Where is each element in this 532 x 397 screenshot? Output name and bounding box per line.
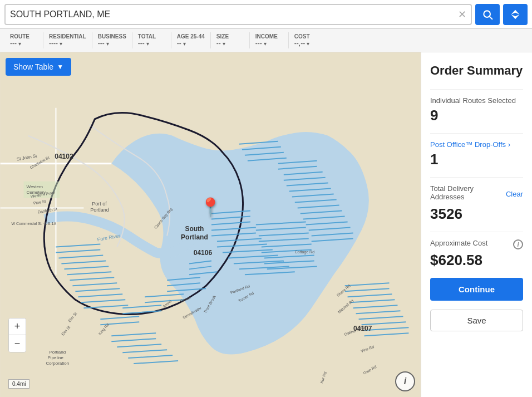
svg-text:Portland: Portland	[49, 350, 66, 355]
filter-income-label: INCOME	[255, 33, 278, 40]
filter-route-label: ROUTE	[10, 33, 29, 40]
clear-link[interactable]: Clear	[506, 190, 523, 198]
post-office-value: 1	[430, 151, 523, 168]
svg-line-1	[490, 16, 492, 19]
individual-routes-label: Individual Routes Selected	[430, 96, 523, 105]
map-background: Western Cemetery Port of Portland Portla…	[0, 52, 421, 397]
svg-text:W Commercial St · US-1A: W Commercial St · US-1A	[12, 222, 57, 226]
filter-business-arrow: ▾	[106, 41, 109, 47]
filter-total-label: TOTAL	[138, 33, 156, 40]
filter-cost[interactable]: COST --,-- ▾	[289, 32, 328, 48]
info-icon: i	[404, 376, 406, 386]
filter-size-arrow: ▾	[223, 41, 225, 47]
scale-label: 0.4mi	[12, 381, 26, 387]
svg-text:Port of: Port of	[92, 201, 107, 207]
search-button[interactable]	[475, 4, 500, 25]
map-label-04102: 04102	[55, 153, 73, 160]
search-input[interactable]	[10, 9, 458, 19]
filter-route[interactable]: ROUTE --- ▾	[4, 32, 43, 48]
filter-size-label: SIZE	[216, 33, 229, 40]
search-icon	[482, 9, 493, 20]
map-location-pin: 📍	[199, 197, 221, 218]
cost-label: Approximate Cost	[430, 239, 487, 247]
filter-cost-arrow: ▾	[307, 41, 309, 47]
filter-residential-arrow: ▾	[60, 41, 62, 47]
zoom-in-button[interactable]: +	[9, 318, 26, 335]
filter-residential-value: ---- ▾	[49, 40, 62, 47]
delivery-label: Total Delivery Addresses	[430, 184, 506, 201]
filter-total[interactable]: TOTAL --- ▾	[132, 32, 171, 48]
filter-route-value: --- ▾	[10, 40, 21, 47]
filter-total-arrow: ▾	[146, 41, 149, 47]
show-table-label: Show Table	[13, 62, 53, 71]
zoom-controls: + −	[8, 318, 26, 352]
filter-business-value: --- ▾	[98, 40, 109, 47]
delivery-value: 3526	[430, 205, 523, 223]
svg-text:Cottage Rd: Cottage Rd	[295, 250, 314, 254]
sidebar-title: Order Summary	[430, 63, 523, 78]
cost-info-icon[interactable]: i	[513, 239, 523, 249]
map-label-04106: 04106	[194, 249, 212, 257]
search-bar: ✕	[0, 0, 532, 29]
filter-age-arrow: ▾	[183, 41, 186, 47]
svg-marker-2	[511, 9, 520, 14]
save-button[interactable]: Save	[430, 310, 523, 331]
svg-text:Portland: Portland	[90, 207, 109, 213]
delivery-addresses-section: Total Delivery Addresses Clear 3526	[430, 177, 523, 223]
clear-search-button[interactable]: ✕	[458, 9, 466, 19]
filter-age[interactable]: AGE 25-44 -- ▾	[171, 32, 211, 48]
filter-route-arrow: ▾	[18, 41, 21, 47]
zoom-out-button[interactable]: −	[9, 335, 26, 352]
map-area[interactable]: Western Cemetery Port of Portland Portla…	[0, 52, 421, 397]
search-input-wrapper: ✕	[4, 4, 472, 25]
filter-cost-value: --,-- ▾	[294, 40, 309, 47]
location-button[interactable]	[503, 4, 528, 25]
filter-cost-label: COST	[294, 33, 310, 40]
filter-business[interactable]: BUSINESS --- ▾	[92, 32, 132, 48]
scale-bar: 0.4mi	[8, 379, 29, 389]
post-office-link[interactable]: Post Office™ Drop-Offs ›	[430, 140, 510, 149]
filter-size[interactable]: SIZE -- ▾	[211, 32, 250, 48]
sidebar: Order Summary Individual Routes Selected…	[421, 52, 532, 397]
post-office-section: Post Office™ Drop-Offs › 1	[430, 133, 523, 168]
continue-button[interactable]: Continue	[430, 278, 523, 301]
filter-income-arrow: ▾	[264, 41, 267, 47]
show-table-arrow-icon: ▼	[57, 63, 63, 71]
individual-routes-value: 9	[430, 107, 523, 124]
map-label-04107: 04107	[353, 325, 372, 332]
filter-total-value: --- ▾	[138, 40, 149, 47]
filter-income[interactable]: INCOME --- ▾	[250, 32, 289, 48]
show-table-button[interactable]: Show Table ▼	[6, 58, 71, 76]
cost-section: Approximate Cost i $620.58	[430, 232, 523, 269]
location-arrow-icon	[510, 9, 521, 20]
filter-residential[interactable]: RESIDENTIAL ---- ▾	[43, 32, 92, 48]
filter-bar: ROUTE --- ▾ RESIDENTIAL ---- ▾ BUSINESS …	[0, 29, 532, 52]
svg-marker-3	[511, 14, 520, 19]
map-label-south-portland: SouthPortland	[181, 225, 208, 242]
filter-age-label: AGE 25-44	[177, 33, 205, 40]
filter-business-label: BUSINESS	[98, 33, 126, 40]
filter-residential-label: RESIDENTIAL	[49, 33, 86, 40]
svg-text:Pipeline: Pipeline	[47, 355, 63, 360]
individual-routes-section: Individual Routes Selected 9	[430, 89, 523, 124]
cost-value: $620.58	[430, 252, 523, 269]
filter-size-value: -- ▾	[216, 40, 225, 47]
main-content: Western Cemetery Port of Portland Portla…	[0, 52, 532, 397]
svg-text:Western: Western	[27, 184, 43, 189]
map-info-button[interactable]: i	[395, 371, 415, 391]
svg-text:Corporation: Corporation	[46, 361, 69, 366]
filter-income-value: --- ▾	[255, 40, 267, 47]
filter-age-value: -- ▾	[177, 40, 186, 47]
